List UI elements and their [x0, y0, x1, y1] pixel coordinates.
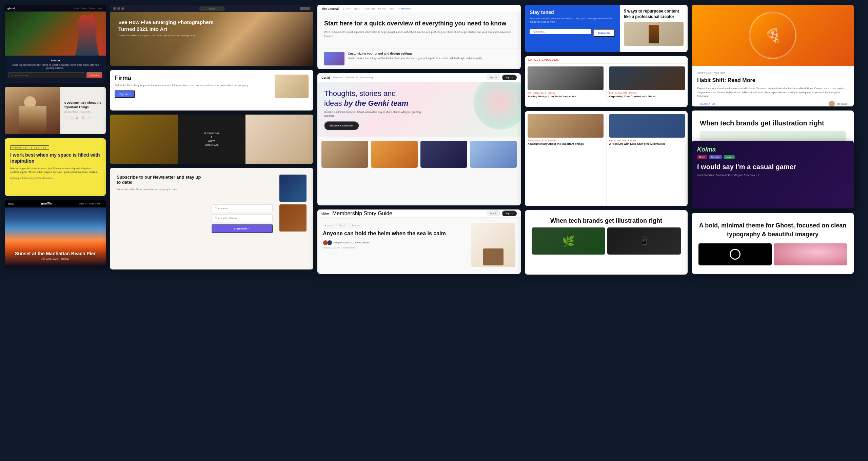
- subscribe-submit-button[interactable]: Subscribe →: [212, 224, 273, 233]
- photographers-hero: See How Five Emerging Photographers Turn…: [110, 12, 313, 66]
- journal-nav-extra[interactable]: EXTRA: [378, 7, 386, 10]
- bulletin-right-title: 5 ways to repurpose content like a profe…: [624, 9, 684, 19]
- photographers-title: See How Five Emerging Photographers Turn…: [118, 19, 220, 32]
- okiro-date: August 2, 2020 · 3 minute read: [323, 246, 467, 249]
- share-count: 11: [88, 116, 91, 120]
- genki-signin-button[interactable]: Sign in: [487, 75, 500, 80]
- firma-signup-button[interactable]: Sign up +: [115, 90, 135, 98]
- nav-dot-3: [121, 7, 124, 10]
- genki-subscribe-button[interactable]: Become a subscriber: [324, 121, 359, 130]
- genki-nav-btns: Sign in Sign up: [487, 75, 517, 80]
- nav-link-signup[interactable]: Signup: [89, 7, 96, 9]
- okiro-categories: • News Event Lifestyle: [323, 223, 467, 227]
- card-firma-gallery: ☰ CREATINGAWHITECHRISTMAS: [110, 115, 313, 164]
- episode-2[interactable]: E11 · 24 Nov 2019 · Podcast Organizing Y…: [607, 64, 688, 101]
- episode-3[interactable]: E10 · 24 Nov 2019 · Members A Documentar…: [525, 111, 606, 206]
- subscribe-email-input[interactable]: [212, 214, 273, 222]
- habit-content: October 2020 · 3 min read Habit Shift: R…: [692, 66, 854, 106]
- genki-features[interactable]: Features: [333, 76, 343, 79]
- subscribe-img-1: [279, 175, 307, 202]
- episode-4-num: E9 · 24 Nov 2019 · Podcast: [609, 139, 685, 142]
- habit-author-row: Joe Walker: [829, 101, 848, 106]
- card-journal: The Journal STORY ABOUT CULTURE EXTRA TI…: [317, 5, 521, 69]
- koima-tag-1[interactable]: Noxel: [697, 155, 707, 159]
- nav-link-about[interactable]: About: [74, 7, 79, 9]
- bulletin-left: Stay tuned Subscribe and we'll generate …: [525, 5, 620, 52]
- card-pacific: Menu pacific. Sign in Subscribe ☆ Sunset…: [5, 200, 106, 268]
- nav-link-login[interactable]: Log in: [98, 7, 103, 9]
- pacific-date-text: Jun 22nd, 2020: [41, 258, 58, 260]
- journal-nav-story[interactable]: STORY: [343, 7, 351, 10]
- photographers-search[interactable]: Iglow: [199, 6, 225, 11]
- illustration-title: When tech brands get illustration right: [700, 119, 846, 127]
- episode-3-num: E10 · 24 Nov 2019 · Members: [528, 139, 604, 142]
- edition-title: Edition: [8, 59, 102, 62]
- koima-content: Koima Noxel Creative Noxice I would say …: [692, 141, 854, 182]
- edition-content: Edition Edition is a minimal newsletter …: [5, 56, 106, 82]
- bulletin-email-input[interactable]: [530, 29, 591, 34]
- copy-icon[interactable]: ⧉: [81, 116, 85, 120]
- inspiration-title: I work best when my space is filled with…: [10, 152, 100, 164]
- okiro-cat-lifestyle[interactable]: Lifestyle: [349, 223, 362, 227]
- koima-tag-3[interactable]: Noxice: [724, 155, 735, 159]
- genki-style-guide[interactable]: Style Guide: [346, 76, 358, 79]
- bulletin-subscribe-button[interactable]: Subscribe: [593, 29, 615, 37]
- okiro-cat-news[interactable]: • News: [323, 223, 335, 227]
- genki-card-3[interactable]: [420, 141, 467, 168]
- genki-membership[interactable]: Membership: [360, 76, 374, 79]
- koima-tag-2[interactable]: Creative: [709, 155, 722, 159]
- habit-date: October 2020 · 3 min read: [697, 71, 848, 75]
- edition-subscribe-row: Subscribe: [8, 72, 102, 78]
- episode-3-image: [528, 114, 604, 138]
- tech-img-plants: 🌿: [532, 227, 605, 255]
- okiro-membership[interactable]: Membership: [332, 211, 362, 216]
- twitter-icon[interactable]: t: [64, 116, 68, 120]
- genki-signup-button[interactable]: Sign up: [502, 75, 517, 80]
- genki-card-4[interactable]: [470, 141, 517, 168]
- okiro-hero: • News Event Lifestyle Anyone can hold t…: [317, 218, 521, 273]
- subscribe-form: Subscribe →: [212, 175, 273, 263]
- bulletin-left-desc: Subscribe and we'll generate will keep y…: [530, 17, 615, 24]
- episode-2-title: Organizing Your Content with Ghost: [609, 95, 685, 98]
- pacific-signin[interactable]: Sign in: [79, 202, 86, 205]
- episode-4[interactable]: E9 · 24 Nov 2019 · Podcast A Rich Life w…: [607, 111, 688, 206]
- bulletin-person: [649, 25, 659, 43]
- podcast-episodes-bottom: E10 · 24 Nov 2019 · Members A Documentar…: [525, 111, 688, 206]
- journal-nav-about[interactable]: ABOUT: [354, 7, 362, 10]
- okiro-story-guide[interactable]: Story Guide: [364, 211, 392, 216]
- episode-1[interactable]: E12 · 24 Nov 2019 · Science Scaling Desi…: [525, 64, 606, 101]
- subscribe-text: Subscribe to our Newsletter and stay up …: [117, 175, 205, 263]
- subscribe-name-input[interactable]: [212, 204, 273, 212]
- okiro-hero-image: [471, 223, 515, 267]
- card-koima: Koima Noxel Creative Noxice I would say …: [692, 141, 854, 208]
- card-documentary: A Documentary About the Important Things…: [5, 87, 106, 134]
- pacific-hero-text: Sunset at the Manhattan Beach Pier Jun 2…: [5, 251, 106, 260]
- okiro-nav-links: Membership Story Guide: [332, 211, 392, 217]
- facebook-icon[interactable]: f: [70, 116, 74, 120]
- pacific-subscribe[interactable]: Subscribe ☆: [89, 202, 102, 205]
- genki-card-1[interactable]: [321, 141, 368, 168]
- genki-card-2[interactable]: [371, 141, 418, 168]
- journal-members-btn[interactable]: ☆ Members: [398, 7, 411, 10]
- pacific-menu[interactable]: Menu: [8, 203, 14, 205]
- journal-nav-tips[interactable]: TIPS: [389, 7, 394, 10]
- card-podcast-top: LATEST EPISODES E12 · 24 Nov 2019 · Scie…: [525, 56, 688, 107]
- habit-food-image: 🍕: [692, 5, 854, 66]
- okiro-cat-event[interactable]: Event: [336, 223, 347, 227]
- genki-desc: Genki is a minimal theme for Ghost. A be…: [324, 110, 426, 118]
- okiro-signin-button[interactable]: Sign In: [487, 211, 500, 216]
- habit-read-later[interactable]: → READ LATER: [697, 103, 715, 105]
- okiro-signup-button[interactable]: Sign up: [502, 211, 517, 216]
- photographers-nav: Iglow: [110, 5, 313, 12]
- link-icon[interactable]: 🔗: [75, 116, 79, 120]
- koima-logo: Koima: [697, 146, 848, 153]
- photographers-nav-btn[interactable]: [300, 7, 310, 10]
- bulletin-left-title: Stay tuned: [530, 9, 615, 15]
- journal-mini-article: Customizing your brand and design settin…: [317, 52, 521, 69]
- journal-mini-text: Customizing your brand and design settin…: [348, 52, 482, 65]
- edition-subscribe-button[interactable]: Subscribe: [86, 72, 102, 78]
- bulletin-form: Subscribe: [530, 26, 615, 37]
- journal-nav-culture[interactable]: CULTURE: [364, 7, 376, 10]
- nav-link-pricing[interactable]: Pricing: [81, 7, 87, 9]
- edition-email-input[interactable]: [8, 72, 85, 78]
